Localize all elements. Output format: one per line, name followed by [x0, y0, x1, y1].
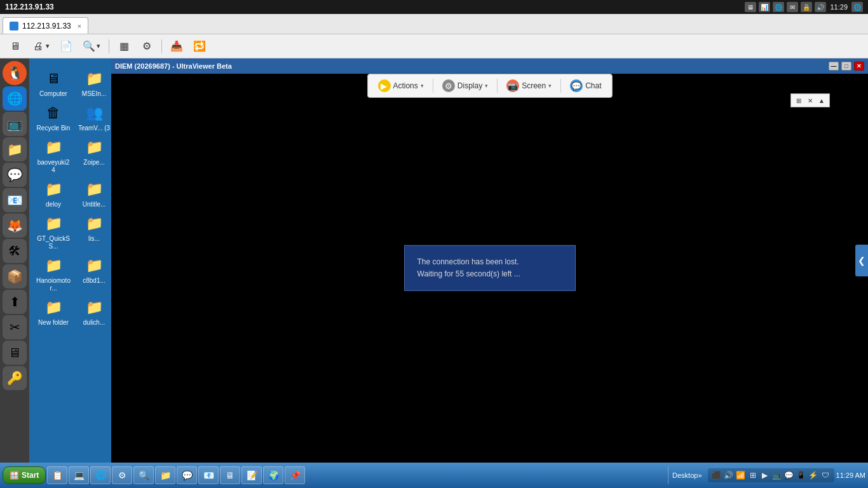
tray-misc-icon[interactable]: 📱 [796, 470, 806, 480]
tray-media-icon[interactable]: ▶ [760, 470, 770, 480]
remote-window: DIEM (20269687) - UltraViewer Beta — □ ✕… [111, 58, 868, 463]
desktop-icon-computer[interactable]: 🖥 Computer [34, 66, 72, 100]
desktop-icon-zoipe[interactable]: 📁 Zoipe... [75, 135, 111, 177]
taskbar-quicklaunch-6[interactable]: 📁 [155, 466, 175, 484]
dock-display-btn[interactable]: 🖥 [3, 341, 27, 365]
connection-dialog: The connection has been lost. Waiting fo… [404, 245, 576, 291]
dock-browser-btn[interactable]: 🌐 [3, 86, 27, 111]
desktop-icon-c8bd1[interactable]: 📁 c8bd1... [75, 253, 111, 295]
search-dropdown[interactable]: ▾ [97, 42, 100, 50]
dock-files-btn[interactable]: 📁 [3, 137, 27, 161]
cluster-x-btn[interactable]: ✕ [805, 95, 815, 105]
remote-titlebar-controls: — □ ✕ [829, 62, 864, 71]
dock-terminal-btn[interactable]: 📺 [3, 112, 27, 136]
dock-filezilla-btn[interactable]: ⬆ [3, 290, 27, 314]
tray-grid-icon[interactable]: ⊞ [748, 470, 758, 480]
toolbar-search-btn[interactable]: 🔍 ▾ [79, 38, 104, 55]
print-dropdown[interactable]: ▾ [46, 42, 50, 50]
toolbar-print-btn[interactable]: 🖨 ▾ [28, 38, 53, 55]
tab-close-button[interactable]: × [78, 22, 81, 30]
dock-misc-btn[interactable]: ✂ [3, 315, 27, 339]
taskbar-quicklaunch-10[interactable]: 📝 [241, 466, 262, 484]
screen-label: Screen [522, 81, 546, 90]
desktop-icon-baoveyuki[interactable]: 📁 baoveyuki24 [34, 135, 72, 177]
dock-skype-btn[interactable]: 💬 [3, 163, 27, 187]
toolbar-settings-btn[interactable]: ⚙ [137, 38, 157, 55]
chat-icon: 💬 [570, 79, 583, 92]
msein-icon: 📁 [84, 69, 104, 89]
display-button[interactable]: ⚙ Display ▾ [437, 77, 493, 95]
desktop-icon-untitled[interactable]: 📁 Untitle... [75, 177, 111, 211]
dock-ubuntu-btn[interactable]: 🐧 [3, 61, 27, 85]
desktop-row-4: 📁 deloy 📁 Untitle... [34, 177, 111, 211]
desktop-icon-recycle[interactable]: 🗑 Recycle Bin [34, 100, 72, 135]
taskbar-quicklaunch-4[interactable]: ⚙ [112, 466, 132, 484]
start-icon: 🪟 [10, 471, 19, 480]
desktop-icon-dulich[interactable]: 📁 dulich... [75, 295, 111, 329]
connection-lost-line2: Waiting for 55 second(s) left ... [417, 268, 562, 280]
desktop-icon-lis[interactable]: 📁 lis... [75, 211, 111, 253]
toolbar-monitor-btn[interactable]: 🖥 [5, 38, 25, 55]
tray-icon-4[interactable]: ✉ [787, 2, 798, 12]
desktop-icon-hanoi[interactable]: 📁 Hanoiomotor... [34, 253, 72, 295]
tray-icon-5[interactable]: 🔒 [801, 2, 812, 12]
deloy-label: deloy [46, 201, 61, 208]
dock-key-btn[interactable]: 🔑 [3, 366, 27, 390]
close-button[interactable]: ✕ [854, 62, 864, 71]
minimize-button[interactable]: — [829, 62, 839, 71]
tray-lang-icon[interactable]: 🌐 [851, 2, 863, 12]
taskbar-quicklaunch-12[interactable]: 📌 [285, 466, 305, 484]
desktop-icon-teamviewer[interactable]: 👥 TeamV... (3 [75, 100, 111, 135]
dock-tool-btn[interactable]: 🛠 [3, 239, 27, 263]
taskbar-quicklaunch-9[interactable]: 🖥 [220, 466, 240, 484]
desktop-icon-gtquick[interactable]: 📁 GT_QuickSS... [34, 211, 72, 253]
chat-button[interactable]: 💬 Chat [565, 77, 606, 95]
tray-quicklaunch-icon[interactable]: ⬛ [712, 470, 722, 480]
cluster-grid-btn[interactable]: ⊞ [794, 95, 804, 105]
taskbar-quicklaunch-7[interactable]: 💬 [177, 466, 197, 484]
taskbar-icon-3: 🌐 [95, 470, 106, 481]
toolbar-refresh-btn[interactable]: 🔁 [189, 38, 210, 55]
taskbar-quicklaunch-2[interactable]: 💻 [69, 466, 89, 484]
title-bar: 112.213.91.33 🖥 📊 🌐 ✉ 🔒 🔊 11:29 🌐 [0, 0, 868, 14]
cluster-chevron-btn[interactable]: ▲ [817, 95, 827, 105]
recycle-label: Recycle Bin [37, 125, 71, 132]
actions-icon: ▶ [377, 79, 390, 92]
tray-misc2-icon[interactable]: ⚡ [808, 470, 818, 480]
dock-firefox-btn[interactable]: 🦊 [3, 214, 27, 238]
taskbar-clock[interactable]: 11:29 AM [836, 471, 865, 480]
volume-icon[interactable]: 🔊 [815, 2, 826, 12]
file-icon: 📄 [60, 40, 72, 53]
maximize-button[interactable]: □ [841, 62, 851, 71]
toolbar-file-btn[interactable]: 📄 [56, 38, 76, 55]
scroll-right-arrow[interactable]: ❮ [855, 245, 868, 276]
dock-software-btn[interactable]: 📦 [3, 264, 27, 288]
actions-button[interactable]: ▶ Actions ▾ [372, 77, 428, 95]
taskbar-desktop-label[interactable]: Desktop » [668, 466, 705, 484]
tray-media2-icon[interactable]: 📺 [772, 470, 782, 480]
tray-chat-icon[interactable]: 💬 [784, 470, 794, 480]
taskbar-quicklaunch-3[interactable]: 🌐 [90, 466, 111, 484]
desktop-icon-deloy[interactable]: 📁 deloy [34, 177, 72, 211]
desktop-icon-msein[interactable]: 📁 MSEIn... [75, 66, 111, 100]
toolbar-download-btn[interactable]: 📥 [166, 38, 187, 55]
taskbar-right: Desktop » ⬛ 🔊 📶 ⊞ ▶ 📺 💬 📱 ⚡ 🛡 11:29 AM [668, 466, 865, 484]
tray-icon-1[interactable]: 🖥 [745, 2, 756, 12]
tray-volume-icon[interactable]: 📶 [736, 470, 746, 480]
desktop-row-3: 📁 baoveyuki24 📁 Zoipe... [34, 135, 111, 177]
start-button[interactable]: 🪟 Start [3, 466, 46, 484]
taskbar-quicklaunch-5[interactable]: 🔍 [133, 466, 154, 484]
dock-mail-btn[interactable]: 📧 [3, 188, 27, 212]
tray-network-icon[interactable]: 🔊 [724, 470, 734, 480]
taskbar-quicklaunch-11[interactable]: 🌍 [263, 466, 283, 484]
toolbar-grid-btn[interactable]: ▦ [114, 38, 134, 55]
tray-security-icon[interactable]: 🛡 [820, 470, 831, 480]
tray-icon-2[interactable]: 📊 [759, 2, 770, 12]
tray-icon-3[interactable]: 🌐 [773, 2, 784, 12]
desktop-icon-newfolder[interactable]: 📁 New folder [34, 295, 72, 329]
taskbar-icon-11: 🌍 [268, 470, 279, 481]
taskbar-quicklaunch-8[interactable]: 📧 [198, 466, 219, 484]
screen-button[interactable]: 📷 Screen ▾ [501, 77, 557, 95]
taskbar-quicklaunch-1[interactable]: 📋 [47, 466, 67, 484]
tab-remote[interactable]: 112.213.91.33 × [3, 17, 88, 34]
